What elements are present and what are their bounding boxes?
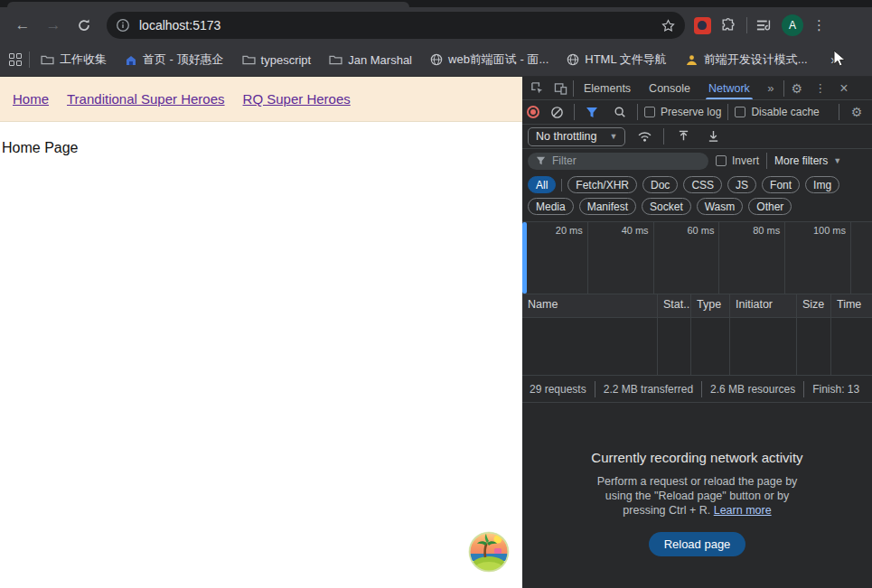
col-initiator[interactable]: Initiator (730, 294, 797, 317)
throttling-select[interactable]: No throttling ▼ (528, 127, 625, 146)
side-panel-icon[interactable] (756, 18, 773, 33)
browser-toolbar: ← → localhost:5173 A ⋮ (0, 7, 872, 43)
import-har-icon[interactable] (672, 126, 694, 146)
inspect-element-icon[interactable] (526, 79, 548, 98)
browser-menu-kebab-icon[interactable]: ⋮ (812, 17, 826, 33)
nav-link-traditional-heroes[interactable]: Tranditional Super Heroes (67, 91, 225, 107)
reload-button[interactable] (71, 13, 97, 38)
record-network-log-button[interactable] (527, 106, 539, 118)
folder-icon (242, 54, 256, 65)
throttling-row: No throttling ▼ (522, 125, 872, 149)
toolbar-separator (637, 104, 638, 120)
chip-other[interactable]: Other (748, 198, 792, 215)
page-nav-bar: Home Tranditional Super Heroes RQ Super … (0, 77, 522, 122)
bookmark-star-icon[interactable] (661, 18, 676, 33)
bookmark-folder[interactable]: Jan Marshal (322, 50, 419, 70)
devtools-separator (573, 80, 574, 97)
nav-link-rq-heroes[interactable]: RQ Super Heroes (243, 91, 351, 107)
baidu-extension-icon[interactable] (694, 17, 711, 34)
chip-fetch-xhr[interactable]: Fetch/XHR (567, 176, 637, 193)
chip-font[interactable]: Font (762, 176, 800, 193)
recording-instructions: Perform a request or reload the page by … (597, 474, 798, 518)
col-type[interactable]: Type (691, 294, 730, 317)
chip-js[interactable]: JS (727, 176, 756, 193)
requests-count: 29 requests (530, 383, 586, 396)
chip-doc[interactable]: Doc (642, 176, 678, 193)
forward-button[interactable]: → (41, 13, 66, 38)
resources-size: 2.6 MB resources (710, 383, 795, 396)
recording-message: Currently recording network activity Per… (522, 403, 872, 588)
apps-grid-icon[interactable] (9, 53, 22, 66)
bookmark-site[interactable]: 前端开发设计模式... (678, 48, 815, 71)
chip-separator (561, 179, 562, 191)
network-conditions-icon[interactable] (633, 126, 655, 146)
finish-time: Finish: 13 (812, 383, 859, 396)
chip-manifest[interactable]: Manifest (579, 198, 636, 215)
folder-icon (329, 54, 342, 65)
globe-icon (430, 53, 443, 66)
toolbar-separator (727, 104, 728, 120)
globe-icon (567, 53, 579, 66)
timeline-tick: 40 ms (588, 222, 654, 294)
more-filters-dropdown[interactable]: More filters ▼ (774, 154, 841, 167)
filter-placeholder: Filter (552, 154, 577, 167)
toolbar-right-icons: A ⋮ (694, 14, 826, 36)
devtools-close-icon[interactable]: × (833, 79, 855, 98)
devtools-menu-kebab-icon[interactable]: ⋮ (810, 79, 831, 98)
preserve-log-checkbox[interactable]: Preserve log (644, 106, 721, 118)
chip-css[interactable]: CSS (683, 176, 722, 193)
profile-avatar[interactable]: A (782, 14, 803, 36)
toolbar-separator (663, 128, 664, 145)
more-tabs-chevron[interactable]: » (760, 79, 782, 98)
empty-cell (831, 318, 872, 375)
extensions-puzzle-icon[interactable] (720, 17, 737, 34)
url-text[interactable]: localhost:5173 (139, 18, 661, 33)
clear-network-log-icon[interactable] (546, 102, 567, 122)
col-size[interactable]: Size (797, 294, 831, 317)
network-overview-timeline[interactable]: 20 ms 40 ms 60 ms 80 ms 100 ms (522, 222, 872, 294)
col-status[interactable]: Stat... (658, 294, 691, 317)
invert-checkbox[interactable]: Invert (716, 154, 759, 167)
timeline-tick: 80 ms (719, 222, 785, 294)
address-bar[interactable]: localhost:5173 (107, 12, 685, 39)
active-tab[interactable] (7, 2, 409, 7)
browser-window: ← → localhost:5173 A ⋮ (0, 0, 872, 588)
transferred-size: 2.2 MB transferred (604, 383, 693, 396)
chip-media[interactable]: Media (528, 198, 574, 215)
checkbox-icon (716, 155, 727, 166)
chip-img[interactable]: Img (805, 176, 839, 193)
filter-funnel-icon[interactable] (581, 102, 603, 122)
tab-console[interactable]: Console (641, 77, 699, 99)
bookmark-folder[interactable]: typescript (235, 50, 319, 70)
bookmark-folder[interactable]: 工作收集 (33, 48, 114, 71)
bookmark-site[interactable]: web前端面试 - 面... (423, 48, 556, 71)
network-settings-gear-icon[interactable]: ⚙ (846, 102, 867, 122)
filter-input[interactable]: Filter (528, 153, 708, 170)
tab-network[interactable]: Network (700, 77, 758, 99)
device-toolbar-icon[interactable] (549, 79, 571, 98)
site-info-icon[interactable] (116, 18, 130, 33)
reload-page-button[interactable]: Reload page (649, 532, 746, 556)
timeline-tick: 100 ms (785, 222, 851, 294)
col-time[interactable]: Time (831, 294, 872, 317)
nav-link-home[interactable]: Home (13, 91, 49, 107)
back-button[interactable]: ← (10, 13, 35, 38)
col-name[interactable]: Name (522, 294, 658, 317)
recording-title: Currently recording network activity (591, 450, 802, 465)
castle-site-icon (125, 54, 137, 66)
bookmark-site[interactable]: HTML 文件导航 (559, 48, 674, 71)
chip-socket[interactable]: Socket (642, 198, 691, 215)
chip-wasm[interactable]: Wasm (697, 198, 744, 215)
island-logo[interactable] (467, 530, 511, 574)
disable-cache-checkbox[interactable]: Disable cache (735, 106, 819, 118)
web-page: Home Tranditional Super Heroes RQ Super … (0, 77, 522, 588)
learn-more-link[interactable]: Learn more (714, 504, 772, 517)
export-har-icon[interactable] (702, 126, 724, 146)
tab-elements[interactable]: Elements (576, 77, 639, 99)
bookmark-site[interactable]: 首页 - 顶好惠企 (117, 48, 231, 71)
devtools-settings-gear-icon[interactable]: ⚙ (786, 79, 808, 98)
chip-all[interactable]: All (528, 176, 556, 193)
checkbox-icon (735, 107, 745, 117)
timeline-selection-handle[interactable] (522, 222, 527, 294)
search-icon[interactable] (609, 102, 631, 122)
